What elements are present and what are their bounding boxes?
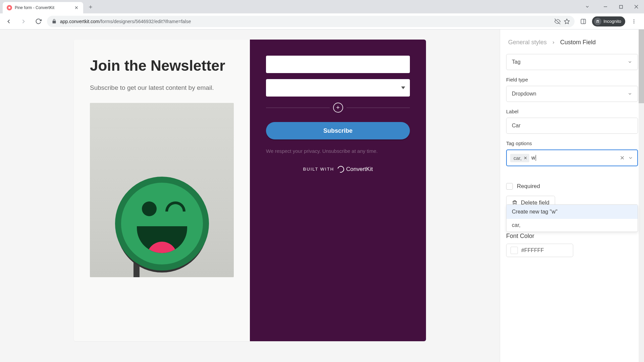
create-new-tag-option[interactable]: Create new tag "w"	[506, 205, 638, 219]
side-panel-icon[interactable]	[577, 15, 589, 27]
chevron-right-icon	[551, 41, 555, 45]
dropdown-field[interactable]	[266, 79, 410, 97]
breadcrumb-general-styles[interactable]: General styles	[508, 39, 547, 46]
label-label: Label	[506, 109, 638, 114]
required-label: Required	[517, 183, 540, 190]
close-tab-icon[interactable]: ✕	[74, 5, 79, 10]
form-image[interactable]	[90, 103, 234, 277]
font-color-input[interactable]: #FFFFFF	[506, 244, 573, 257]
incognito-label: Incognito	[603, 19, 621, 24]
tag-typed-text[interactable]: w	[531, 155, 536, 161]
incognito-icon	[594, 18, 601, 25]
new-tab-button[interactable]: ＋	[86, 2, 95, 11]
url-text: app.convertkit.com/forms/designers/56469…	[60, 19, 551, 24]
form-canvas: Join the Newsletter Subscribe to get our…	[0, 29, 500, 362]
text-input-field[interactable]	[266, 56, 410, 73]
tag-options-input[interactable]: car, ✕ w ✕	[506, 149, 638, 166]
browser-tab[interactable]: Pine form - ConvertKit ✕	[3, 2, 83, 13]
color-swatch	[511, 247, 518, 254]
chevron-down-icon[interactable]	[628, 155, 633, 161]
svg-rect-1	[620, 5, 623, 8]
convertkit-logo-icon	[336, 165, 345, 174]
svg-point-8	[596, 21, 598, 23]
tab-search-icon[interactable]	[580, 1, 595, 12]
page-scrollbar[interactable]	[639, 29, 644, 362]
field-type-select[interactable]: Dropdown	[506, 86, 638, 102]
existing-tag-option[interactable]: car,	[506, 219, 638, 232]
tag-chip: car, ✕	[510, 154, 529, 162]
properties-sidebar: General styles Custom Field Tag Field ty…	[500, 29, 644, 362]
chevron-down-icon	[628, 60, 632, 64]
breadcrumb: General styles Custom Field	[506, 36, 638, 49]
window-minimize-button[interactable]	[598, 1, 613, 12]
bookmark-star-icon[interactable]	[564, 18, 570, 24]
form-heading[interactable]: Join the Newsletter	[90, 58, 234, 74]
add-field-divider: +	[266, 103, 410, 113]
clear-all-icon[interactable]: ✕	[620, 155, 625, 162]
caret-down-icon	[401, 86, 405, 89]
required-checkbox[interactable]	[506, 183, 513, 190]
svg-point-12	[634, 22, 635, 23]
field-source-select[interactable]: Tag	[506, 54, 638, 70]
privacy-text[interactable]: We respect your privacy. Unsubscribe at …	[266, 147, 410, 155]
tag-options-label: Tag options	[506, 140, 638, 146]
reload-button[interactable]	[32, 15, 44, 27]
add-field-button[interactable]: +	[333, 103, 343, 113]
svg-rect-6	[581, 19, 586, 24]
field-type-label: Field type	[506, 77, 638, 82]
remove-chip-icon[interactable]: ✕	[524, 156, 527, 161]
tag-options-dropdown: Create new tag "w" car,	[506, 204, 638, 232]
convertkit-favicon	[7, 5, 12, 10]
page-scrollbar-thumb[interactable]	[639, 29, 644, 103]
eye-off-icon[interactable]	[554, 18, 560, 24]
address-bar[interactable]: app.convertkit.com/forms/designers/56469…	[47, 16, 575, 27]
form-preview: Join the Newsletter Subscribe to get our…	[74, 40, 426, 341]
svg-point-10	[634, 19, 635, 20]
browser-menu-icon[interactable]	[628, 15, 640, 27]
font-color-label: Font Color	[506, 233, 638, 240]
back-button[interactable]	[3, 15, 15, 27]
svg-point-11	[634, 21, 635, 22]
tab-bar: Pine form - ConvertKit ✕ ＋	[0, 0, 644, 13]
built-with-badge[interactable]: BUILT WITH ConvertKit	[266, 166, 410, 173]
lock-icon	[52, 19, 57, 24]
window-maximize-button[interactable]	[613, 1, 629, 12]
breadcrumb-current: Custom Field	[560, 39, 596, 46]
window-close-button[interactable]	[629, 1, 644, 12]
browser-toolbar: app.convertkit.com/forms/designers/56469…	[0, 13, 644, 29]
svg-marker-5	[565, 19, 570, 23]
forward-button[interactable]	[17, 15, 30, 27]
subscribe-button[interactable]: Subscribe	[266, 122, 410, 139]
svg-point-9	[598, 21, 599, 23]
incognito-badge[interactable]: Incognito	[592, 16, 625, 26]
form-subheading[interactable]: Subscribe to get our latest content by e…	[90, 83, 234, 93]
chevron-down-icon	[628, 92, 632, 96]
tab-title: Pine form - ConvertKit	[15, 5, 71, 10]
label-input[interactable]: Car	[506, 118, 638, 134]
